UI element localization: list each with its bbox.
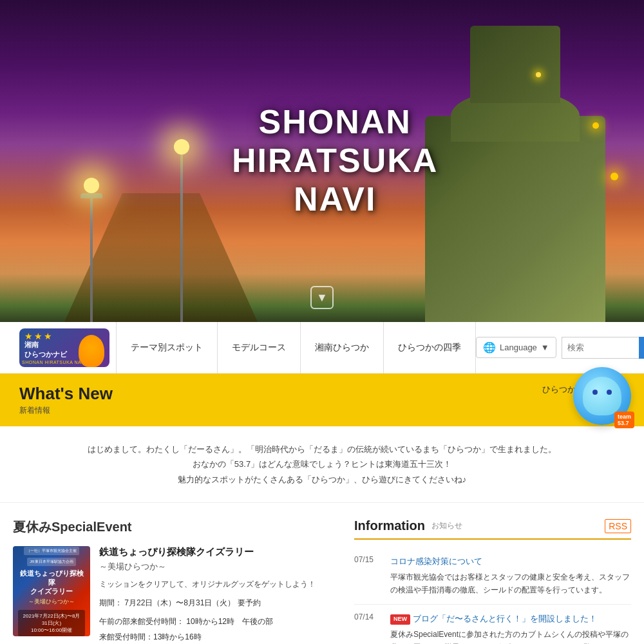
poster-badge-2: JR東日本平塚駅協力企画 bbox=[27, 558, 75, 566]
building-main bbox=[425, 116, 605, 322]
chevron-down-icon: ▼ bbox=[541, 343, 549, 352]
lang-label: Language bbox=[500, 343, 537, 352]
poster-date-2: 10:00〜16:00開催 bbox=[22, 627, 81, 634]
poster-sub: ～美場ひらつか～ bbox=[28, 598, 75, 606]
info-date-row-0: 07/15 コロナ感染対策について bbox=[354, 555, 631, 568]
nav-right: 🌐 Language ▼ 🔍 bbox=[476, 337, 644, 359]
poster-badge-1: （一社）平塚市観光協会主催 bbox=[24, 547, 79, 555]
event-name: 鉄道ちょっぴり探検隊クイズラリー bbox=[99, 546, 341, 558]
event-description: ミッションをクリアして、オリジナルグッズをゲットしよう！ bbox=[99, 578, 341, 591]
event-section-title: 夏休みSpecialEvent bbox=[13, 518, 341, 536]
welcome-text-1: はじめまして。わたくし「だーるさん」。「明治時代から「だるま」の伝統が続いている… bbox=[19, 442, 625, 457]
mascot-area: team53.7 bbox=[573, 367, 631, 425]
streetlight-glow-right bbox=[174, 139, 189, 155]
globe-icon: 🌐 bbox=[483, 341, 496, 354]
nav-item-themes[interactable]: テーマ別スポット bbox=[116, 322, 218, 374]
info-date-0: 07/15 bbox=[354, 555, 383, 564]
mascot-eye-right bbox=[607, 390, 612, 395]
info-subtitle: お知らせ bbox=[431, 520, 462, 531]
building-light-2 bbox=[592, 122, 599, 129]
info-item-0: 07/15 コロナ感染対策について 平塚市観光協会ではお客様とスタッフの健康と安… bbox=[354, 547, 631, 605]
search-box: 🔍 bbox=[562, 337, 644, 359]
info-header: Information お知らせ RSS bbox=[354, 518, 631, 540]
event-time-label: 午前の部来館受付時間： bbox=[99, 617, 184, 626]
building-tower bbox=[470, 26, 560, 103]
poster-dates: 2021年7月22日(木)〜8月31日(火) 10:00〜16:00開催 bbox=[18, 610, 85, 636]
info-date-row-1: 07/14 NEWブログ「だ〜るさんと行く！」を開設しました！ bbox=[354, 612, 631, 625]
mascot-image: team53.7 bbox=[573, 367, 631, 425]
event-title-main: SpecialEvent bbox=[52, 520, 132, 534]
poster-logos: （一社）平塚市観光協会主催 bbox=[24, 547, 79, 555]
mascot-eyes bbox=[592, 390, 612, 395]
info-date-1: 07/14 bbox=[354, 612, 383, 621]
event-time: 午前の部来館受付時間： 10時から12時 午後の部 bbox=[99, 615, 341, 629]
event-details: 鉄道ちょっぴり探検隊クイズラリー ～美場ひらつか～ ミッションをクリアして、オリ… bbox=[99, 546, 341, 644]
rss-button[interactable]: RSS bbox=[605, 519, 631, 533]
search-input[interactable] bbox=[562, 337, 639, 359]
event-period-label: 期間： bbox=[99, 598, 122, 607]
whats-new-title: What's New bbox=[19, 384, 113, 404]
poster-title: 鉄道ちょっぴり探検隊クイズラリー bbox=[18, 569, 85, 596]
nav-item-seasons[interactable]: ひらつかの四季 bbox=[384, 322, 476, 374]
logo-text-en: SHONAN HIRATSUKA NAVI bbox=[22, 360, 86, 365]
nav-item-shonan[interactable]: 湘南ひらつか bbox=[301, 322, 384, 374]
logo-text-jp: 湘南ひらつかナビ bbox=[24, 340, 67, 359]
whats-new-subtitle: 新着情報 bbox=[19, 405, 113, 416]
mascot-eye-left bbox=[592, 390, 598, 395]
hero-title-block: SHONAN HIRATSUKA NAVI bbox=[232, 103, 438, 218]
mascot-face bbox=[583, 377, 621, 415]
info-body-0: 平塚市観光協会ではお客様とスタッフの健康と安全を考え、スタッフの検温や手指消毒の… bbox=[354, 571, 631, 597]
scroll-down-button[interactable]: ▼ bbox=[310, 286, 334, 309]
info-item-1: 07/14 NEWブログ「だ〜るさんと行く！」を開設しました！ 夏休みSpeci… bbox=[354, 605, 631, 644]
poster-logos-2: JR東日本平塚駅協力企画 bbox=[27, 558, 75, 566]
team-badge: team53.7 bbox=[614, 412, 634, 428]
event-time-value: 10時から12時 午後の部 bbox=[186, 617, 273, 626]
welcome-text-3: 魅力的なスポットがたくさんある「ひらつか」、ひら遊びにきてくださいね♪ bbox=[19, 472, 625, 487]
whats-new-wrapper: What's New 新着情報 ひらつかのとびっ | team53.7 bbox=[0, 374, 644, 426]
info-section: Information お知らせ RSS 07/15 コロナ感染対策について 平… bbox=[354, 518, 631, 644]
walkway-decoration bbox=[64, 193, 258, 322]
main-nav: テーマ別スポット モデルコース 湘南ひらつか ひらつかの四季 bbox=[116, 322, 476, 374]
info-body-1: 夏休みSpecialEventに参加された方のカブトムシくんの投稿や平塚の豊かな… bbox=[354, 628, 631, 644]
hero-title: SHONAN HIRATSUKA NAVI bbox=[232, 103, 438, 218]
search-button[interactable]: 🔍 bbox=[639, 337, 644, 359]
welcome-text-2: おなかの「53.7」はどんな意味でしょう？ヒントは東海道五十三次！ bbox=[19, 457, 625, 471]
info-title: Information bbox=[354, 518, 425, 533]
event-sub-name: ～美場ひらつか～ bbox=[99, 561, 341, 573]
nav-item-courses[interactable]: モデルコース bbox=[218, 322, 301, 374]
main-content: 夏休みSpecialEvent （一社）平塚市観光協会主催 JR東日本平塚駅協力… bbox=[0, 503, 644, 644]
logo-mascot bbox=[79, 335, 104, 367]
streetlight-left bbox=[90, 193, 93, 322]
navbar: ★★★ 湘南ひらつかナビ SHONAN HIRATSUKA NAVI テーマ別ス… bbox=[0, 322, 644, 374]
whats-new-left: What's New 新着情報 bbox=[19, 384, 113, 416]
whats-new-bar: What's New 新着情報 ひらつかのとびっ | bbox=[0, 374, 644, 426]
poster-date-1: 2021年7月22日(木)〜8月31日(火) bbox=[22, 612, 81, 627]
info-link-1[interactable]: NEWブログ「だ〜るさんと行く！」を開設しました！ bbox=[390, 612, 597, 625]
welcome-section: はじめまして。わたくし「だーるさん」。「明治時代から「だるま」の伝統が続いている… bbox=[0, 426, 644, 503]
new-badge-1: NEW bbox=[390, 614, 410, 625]
building-light-1 bbox=[611, 173, 618, 180]
event-period: 期間： 7月22日（木）〜8月31日（火） 要予約 bbox=[99, 596, 341, 611]
streetlight-glow-left bbox=[84, 178, 99, 193]
streetlight-right bbox=[180, 155, 183, 322]
logo-area: ★★★ 湘南ひらつかナビ SHONAN HIRATSUKA NAVI bbox=[13, 328, 116, 367]
event-poster: （一社）平塚市観光協会主催 JR東日本平塚駅協力企画 鉄道ちょっぴり探検隊クイズ… bbox=[13, 546, 90, 636]
building-light-3 bbox=[536, 72, 541, 77]
event-section: 夏休みSpecialEvent （一社）平塚市観光協会主催 JR東日本平塚駅協力… bbox=[13, 518, 341, 644]
info-link-0[interactable]: コロナ感染対策について bbox=[390, 555, 482, 568]
event-period-value: 7月22日（木）〜8月31日（火） 要予約 bbox=[124, 598, 260, 607]
event-reception: 来館受付時間：13時から16時 bbox=[99, 632, 341, 643]
language-button[interactable]: 🌐 Language ▼ bbox=[476, 337, 556, 358]
hero-section: SHONAN HIRATSUKA NAVI ▼ bbox=[0, 0, 644, 322]
site-logo[interactable]: ★★★ 湘南ひらつかナビ SHONAN HIRATSUKA NAVI bbox=[19, 328, 109, 367]
event-title-prefix: 夏休み bbox=[13, 520, 52, 534]
event-card: （一社）平塚市観光協会主催 JR東日本平塚駅協力企画 鉄道ちょっぴり探検隊クイズ… bbox=[13, 546, 341, 644]
